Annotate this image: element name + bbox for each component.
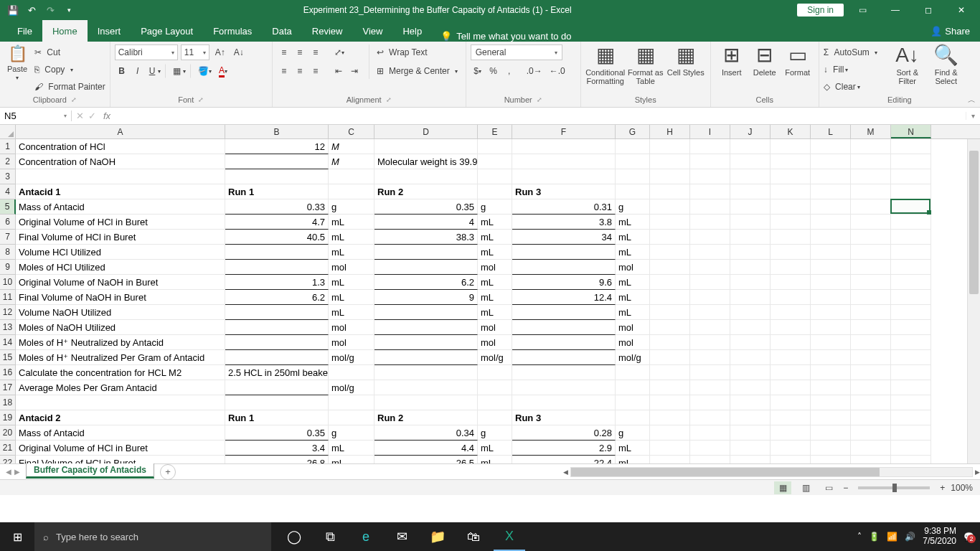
cell[interactable]: mL: [616, 305, 650, 320]
cell[interactable]: [891, 441, 931, 456]
cell[interactable]: [690, 260, 730, 275]
scroll-right-icon[interactable]: ▶: [972, 468, 980, 476]
cell[interactable]: g: [616, 425, 650, 441]
cell[interactable]: [690, 395, 730, 410]
cell-styles-button[interactable]: ▦Cell Styles: [666, 44, 706, 85]
cell[interactable]: [891, 425, 931, 441]
increase-decimal-icon[interactable]: .0→: [524, 64, 545, 78]
cell[interactable]: g: [478, 199, 512, 215]
select-all-corner[interactable]: [0, 125, 16, 138]
cell[interactable]: mol: [616, 320, 650, 335]
cell[interactable]: [811, 245, 851, 260]
cell[interactable]: 0.31: [512, 199, 616, 215]
cell[interactable]: [771, 199, 811, 215]
cell[interactable]: mL: [329, 230, 374, 245]
dialog-launcher-icon[interactable]: ⤢: [198, 96, 204, 103]
cell[interactable]: [811, 395, 851, 410]
row-header[interactable]: 5: [0, 199, 16, 215]
cell[interactable]: mol/g: [329, 380, 374, 395]
cell[interactable]: [811, 215, 851, 230]
cell[interactable]: [891, 395, 931, 410]
close-icon[interactable]: ✕: [947, 0, 976, 20]
cell[interactable]: [512, 350, 616, 365]
cell[interactable]: g: [329, 199, 374, 215]
cell[interactable]: Run 1: [225, 410, 329, 425]
minimize-icon[interactable]: —: [881, 0, 910, 20]
cell[interactable]: [225, 154, 329, 169]
cell[interactable]: [891, 305, 931, 320]
col-header-G[interactable]: G: [616, 125, 650, 138]
cell[interactable]: Final Volume of HCl in Buret: [16, 230, 225, 245]
cell[interactable]: 0.35: [374, 199, 478, 215]
cell[interactable]: [771, 350, 811, 365]
cell[interactable]: [771, 260, 811, 275]
cell[interactable]: [374, 335, 478, 350]
cell[interactable]: Run 2: [374, 410, 478, 425]
cell[interactable]: 4.4: [374, 441, 478, 456]
cell[interactable]: [329, 365, 374, 380]
mail-icon[interactable]: ✉: [386, 522, 418, 551]
autosum-button[interactable]: Σ AutoSum ▾: [824, 44, 885, 60]
cell[interactable]: [811, 290, 851, 305]
page-break-view-icon[interactable]: ▭: [820, 481, 837, 494]
cell[interactable]: [771, 245, 811, 260]
cell[interactable]: [851, 260, 891, 275]
format-as-table-button[interactable]: ▦Format as Table: [626, 44, 666, 85]
cell[interactable]: [730, 260, 771, 275]
row-header[interactable]: 6: [0, 215, 16, 230]
decrease-decimal-icon[interactable]: ←.0: [547, 64, 568, 78]
cell[interactable]: 12.4: [512, 290, 616, 305]
cell[interactable]: [616, 365, 650, 380]
cell[interactable]: [329, 395, 374, 410]
font-color-button[interactable]: A▾: [216, 64, 230, 78]
start-button[interactable]: ⊞: [0, 522, 34, 551]
cell[interactable]: [851, 425, 891, 441]
undo-icon[interactable]: ↶: [23, 2, 40, 18]
cell[interactable]: [771, 215, 811, 230]
cell[interactable]: [730, 215, 771, 230]
tab-review[interactable]: Review: [302, 20, 353, 42]
font-size-combo[interactable]: 11▾: [181, 44, 209, 60]
row-header[interactable]: 18: [0, 395, 16, 410]
share-button[interactable]: 👤Share: [920, 20, 980, 42]
cell[interactable]: [851, 230, 891, 245]
cell[interactable]: [690, 139, 730, 154]
zoom-out-icon[interactable]: −: [843, 483, 848, 493]
normal-view-icon[interactable]: ▦: [774, 481, 791, 494]
cell[interactable]: mol/g: [478, 350, 512, 365]
cell[interactable]: mL: [616, 230, 650, 245]
font-name-combo[interactable]: Calibri▾: [115, 44, 178, 60]
cell[interactable]: 40.5: [225, 230, 329, 245]
redo-icon[interactable]: ↷: [42, 2, 59, 18]
cell[interactable]: [851, 335, 891, 350]
cell[interactable]: [851, 365, 891, 380]
expand-formula-icon[interactable]: ▾: [966, 112, 980, 120]
cell[interactable]: [650, 425, 690, 441]
cell[interactable]: mL: [478, 275, 512, 290]
cell[interactable]: [690, 380, 730, 395]
cell[interactable]: [730, 275, 771, 290]
cell[interactable]: [225, 335, 329, 350]
cell[interactable]: 0.33: [225, 199, 329, 215]
cell[interactable]: [811, 199, 851, 215]
cell[interactable]: [811, 154, 851, 169]
orientation-icon[interactable]: ⤢▾: [331, 45, 347, 60]
cell[interactable]: mL: [616, 215, 650, 230]
align-top-icon[interactable]: ≡: [277, 45, 291, 60]
cell[interactable]: mL: [478, 305, 512, 320]
cell[interactable]: 22.4: [512, 456, 616, 463]
cortana-icon[interactable]: ◯: [278, 522, 310, 551]
scrollbar-thumb[interactable]: [969, 151, 979, 294]
cell[interactable]: [730, 365, 771, 380]
cell[interactable]: [730, 305, 771, 320]
cell[interactable]: [512, 139, 616, 154]
cell[interactable]: Final Volume of NaOH in Buret: [16, 290, 225, 305]
cell[interactable]: Run 2: [374, 184, 478, 199]
row-header[interactable]: 1: [0, 139, 16, 154]
cell[interactable]: 2.5 HCL in 250ml beaker: [225, 365, 329, 380]
cell[interactable]: [690, 305, 730, 320]
battery-icon[interactable]: 🔋: [869, 532, 880, 542]
cell[interactable]: [891, 275, 931, 290]
cell[interactable]: [771, 425, 811, 441]
cell[interactable]: [690, 275, 730, 290]
